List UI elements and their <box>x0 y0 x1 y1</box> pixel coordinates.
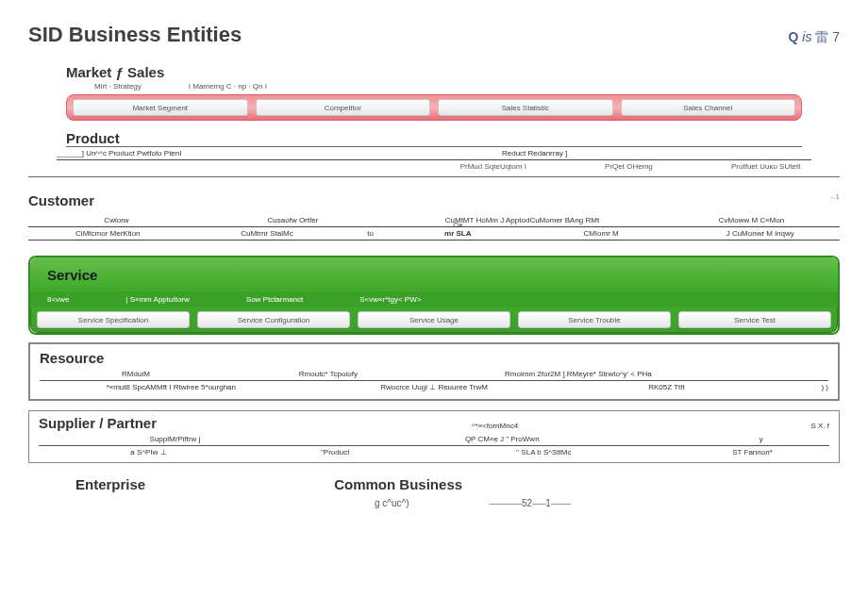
r-r2-c: RK05Z Tttt <box>565 383 767 391</box>
product-r2-c: Protfuet Uuκo SUtett <box>731 162 800 171</box>
product-r2-b: PrQet OHemg <box>605 162 653 171</box>
resource-block: Resource RMduiM Rmoutc* Tcpoiofy Rmoimm … <box>28 342 840 401</box>
sup-right1: ^*«<fornMnc4 <box>342 422 646 430</box>
r-r1-a: RMduiM <box>40 370 232 378</box>
chip-market-segment[interactable]: Market Segment <box>73 99 248 116</box>
s-mid-a: 8<vwe <box>47 295 69 304</box>
common-business-heading: Common Business <box>334 476 462 492</box>
c-r2-c: to <box>346 229 394 238</box>
q-icon: Q <box>789 29 799 44</box>
r-r1-c: Rmoimm 2for2M ] RMeyre* Strwto^y' < PHa <box>425 370 732 378</box>
chip-service-test[interactable]: Service Test <box>678 311 831 328</box>
customer-row2: CiMtcmor MerKtion CuMtrnr StalMc to Cw m… <box>28 227 840 241</box>
c-r1-d: CvMoww M C«Mon <box>663 216 840 224</box>
dash-icon: ------ <box>532 498 545 508</box>
c-r2-a: CiMtcmor MerKtion <box>28 229 188 238</box>
c-r1-b: Cusaofw Ortfer <box>205 216 381 224</box>
resource-row1: RMduiM Rmoutc* Tcpoiofy Rmoimm 2for2M ] … <box>40 368 828 381</box>
corner-suffix: 雷 7 <box>815 29 840 44</box>
sp-r1-a: SupplMrPiftrw j <box>39 435 311 443</box>
chip-service-trouble[interactable]: Service Trouble <box>518 311 671 328</box>
service-heading: Service <box>30 257 838 291</box>
sp-r2-d: ST Fannon* <box>676 448 829 456</box>
product-row1-left: ______] Un^^c Product Pwtfoto PtenI <box>57 149 409 158</box>
footer: g c^uc^) ---------------52------1-------… <box>0 498 868 508</box>
supplier-row1: SupplMrPiftrw j QP CM«e J " ProWwn y <box>39 433 829 446</box>
c-r2-e: J CuMonwr M inqwy <box>680 229 840 238</box>
s-mid-c: Sow Ptctarmanct <box>246 295 303 304</box>
product-heading: Product <box>66 130 802 147</box>
s-mid-b: | S«mm Apptuttorw <box>125 295 189 304</box>
chip-sales-statistic[interactable]: Sales Statistic <box>438 99 613 116</box>
market-band: Market Segment Competitor Sales Statisti… <box>66 94 802 121</box>
dash-icon: --------------- <box>489 498 522 508</box>
product-r2-a: PrMud SqteUqtom I <box>460 162 526 171</box>
product-row2: PrMud SqteUqtom I PrQet OHemg Protfuet U… <box>28 160 840 177</box>
r-r2-d: ) ) <box>768 383 828 391</box>
r-r2-b: Rwocrce Uugi ⊥ Reuuree TrwM <box>303 383 566 391</box>
page-corner-label: Q is 雷 7 <box>789 29 840 46</box>
chip-service-specification[interactable]: Service Specification <box>37 311 190 328</box>
r-r2-a: *«mut8 SpcAMMft I Rtwiree 5*ourghan <box>40 383 303 391</box>
market-sub-right: I Mamemg C · np · Qn I <box>189 82 267 91</box>
customer-row1: Cwlorw Cusaofw Ortfer CuMtMT HoMm J Appt… <box>28 214 840 227</box>
footer-left: g c^uc^) <box>297 498 486 508</box>
sp-r1-b: QP CM«e J " ProWwn <box>311 435 693 443</box>
product-row1-right: Reduct Redanrray ] <box>409 149 660 158</box>
supplier-heading: Supplier / Partner <box>39 415 342 433</box>
c-r2-mid: mr SLA <box>444 229 471 238</box>
c-r2-mid-top: Cw <box>453 222 462 228</box>
is-label: is <box>802 29 811 44</box>
page-title: SID Business Entities <box>28 23 242 47</box>
chip-sales-channel[interactable]: Sales Channel <box>621 99 796 116</box>
s-mid-d: S<vw«r*tgy< PW> <box>359 295 421 304</box>
market-sales-heading: Market ƒ Sales <box>28 64 840 80</box>
service-block: Service 8<vwe | S«mm Apptuttorw Sow Ptct… <box>28 256 840 335</box>
chip-competitor[interactable]: Competitor <box>256 99 431 116</box>
sp-r2-a: a S^PIw ⊥ <box>39 448 259 456</box>
sup-right2: S X. f <box>647 422 829 430</box>
dash-icon: --------- <box>551 498 571 508</box>
enterprise-heading: Enterprise <box>75 476 145 492</box>
resource-row2: *«mut8 SpcAMMft I Rtwiree 5*ourghan Rwoc… <box>40 381 828 393</box>
c-r1-c: CuMtMT HoMm J ApptodCuMomer BAng RMt <box>381 216 663 224</box>
chip-service-configuration[interactable]: Service Configuration <box>197 311 350 328</box>
service-midrow: 8<vwe | S«mm Apptuttorw Sow Ptctarmanct … <box>30 291 838 307</box>
c-r2-b: CuMtrnr StalMc <box>188 229 347 238</box>
c-r1-a: Cwlorw <box>28 216 205 224</box>
r-r1-d <box>732 370 828 378</box>
chip-service-usage[interactable]: Service Usage <box>358 311 510 328</box>
sp-r1-c: y <box>693 435 829 443</box>
r-r1-b: Rmoutc* Tcpoiofy <box>232 370 425 378</box>
sp-r2-b: "Product <box>259 448 412 456</box>
footer-page-a: 52 <box>522 498 532 508</box>
supplier-block: Supplier / Partner ^*«<fornMnc4 S X. f S… <box>28 410 840 463</box>
customer-marker: -.1 <box>831 192 840 201</box>
c-r2-d: CMIomr M <box>522 229 681 238</box>
service-buttons: Service Specification Service Configurat… <box>30 307 838 333</box>
supplier-row2: a S^PIw ⊥ "Product " SLA b S^SttMc ST Fa… <box>39 446 829 458</box>
customer-heading: Customer <box>28 192 840 210</box>
sp-r2-c: " SLA b S^SttMc <box>412 448 676 456</box>
resource-heading: Resource <box>40 350 828 368</box>
market-sub-left: Mirt · Strategy <box>94 82 142 91</box>
